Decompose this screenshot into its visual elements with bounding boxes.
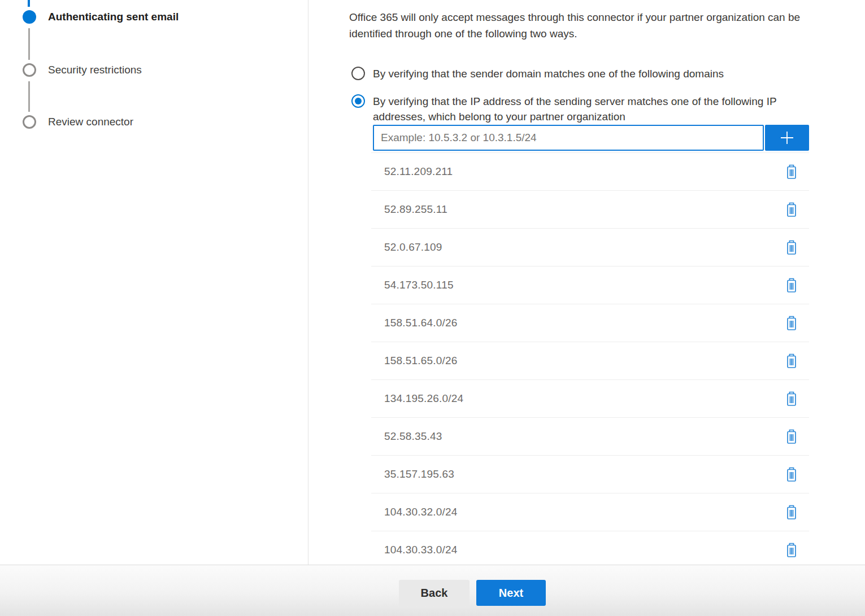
trash-icon (785, 505, 798, 520)
delete-ip-button[interactable] (783, 277, 800, 294)
step-label-security-restrictions: Security restrictions (48, 63, 142, 77)
ip-address: 35.157.195.63 (384, 468, 454, 480)
next-button[interactable]: Next (476, 580, 546, 606)
connector-wizard-screen: Authenticating sent email Security restr… (0, 0, 865, 616)
ip-address: 104.30.32.0/24 (384, 506, 458, 518)
ip-address: 52.11.209.211 (384, 165, 453, 178)
ip-list: 52.11.209.211 52.89.255.11 (371, 152, 809, 565)
ip-address: 52.58.35.43 (384, 430, 442, 443)
ip-address: 52.0.67.109 (384, 241, 442, 254)
delete-ip-button[interactable] (783, 201, 800, 219)
ip-row: 35.157.195.63 (371, 456, 809, 493)
delete-ip-button[interactable] (783, 466, 800, 483)
trash-icon (785, 353, 798, 369)
ip-row: 104.30.32.0/24 (371, 493, 809, 531)
ip-address: 104.30.33.0/24 (384, 544, 458, 556)
ip-address: 54.173.50.115 (384, 279, 454, 291)
ip-row: 104.30.33.0/24 (371, 531, 809, 565)
ip-row: 54.173.50.115 (371, 267, 809, 304)
step-connector-1 (28, 28, 30, 60)
intro-text: Office 365 will only accept messages thr… (349, 9, 800, 42)
ip-address: 158.51.65.0/26 (384, 355, 458, 367)
radio-ip-address[interactable] (351, 94, 365, 108)
step-label-authenticating-sent-email: Authenticating sent email (48, 10, 179, 24)
ip-address: 134.195.26.0/24 (384, 392, 463, 405)
trash-icon (785, 543, 798, 558)
trash-icon (785, 391, 798, 407)
delete-ip-button[interactable] (783, 314, 800, 332)
step-connector-2 (28, 81, 30, 112)
delete-ip-button[interactable] (783, 390, 800, 408)
trash-icon (785, 467, 798, 482)
footer: Back Next (0, 565, 865, 616)
ip-row: 158.51.65.0/26 (371, 342, 809, 380)
radio-sender-domain-label[interactable]: By verifying that the sender domain matc… (373, 68, 724, 80)
delete-ip-button[interactable] (783, 163, 800, 181)
trash-icon (785, 316, 798, 331)
plus-icon (778, 129, 796, 147)
step-indicator-security-restrictions (23, 63, 36, 77)
ip-address: 158.51.64.0/26 (384, 317, 458, 329)
trash-icon (785, 202, 798, 217)
ip-row: 52.0.67.109 (371, 229, 809, 267)
step-label-review-connector: Review connector (48, 115, 133, 129)
trash-icon (785, 240, 798, 255)
step-connector-top (28, 0, 30, 7)
trash-icon (785, 164, 798, 180)
add-ip-button[interactable] (765, 125, 809, 151)
delete-ip-button[interactable] (783, 541, 800, 559)
back-button[interactable]: Back (399, 580, 470, 606)
ip-address: 52.89.255.11 (384, 203, 447, 216)
ip-row: 158.51.64.0/26 (371, 304, 809, 342)
ip-row: 52.11.209.211 (371, 153, 809, 191)
step-indicator-authenticating-sent-email (23, 10, 36, 24)
delete-ip-button[interactable] (783, 504, 800, 521)
radio-selected-dot-icon (355, 98, 362, 104)
ip-row: 134.195.26.0/24 (371, 380, 809, 418)
sidebar-divider (308, 0, 308, 565)
trash-icon (785, 429, 798, 444)
delete-ip-button[interactable] (783, 239, 800, 256)
ip-address-input[interactable] (373, 125, 764, 151)
radio-ip-address-label[interactable]: By verifying that the IP address of the … (373, 94, 777, 124)
radio-ip-address-label-line-1: By verifying that the IP address of the … (373, 94, 777, 109)
trash-icon (785, 278, 798, 293)
ip-row: 52.89.255.11 (371, 191, 809, 229)
delete-ip-button[interactable] (783, 352, 800, 370)
ip-row: 52.58.35.43 (371, 418, 809, 456)
radio-sender-domain[interactable] (351, 67, 365, 80)
intro-line-1: Office 365 will only accept messages thr… (349, 9, 800, 25)
intro-line-2: identified through one of the following … (349, 25, 800, 42)
delete-ip-button[interactable] (783, 428, 800, 445)
radio-ip-address-label-line-2: addresses, which belong to your partner … (373, 109, 777, 124)
step-indicator-review-connector (23, 115, 36, 129)
